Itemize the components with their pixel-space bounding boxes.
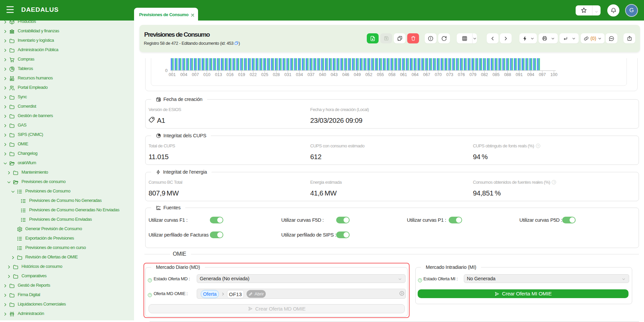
svg-text:064: 064 — [412, 72, 419, 77]
svg-text:058: 058 — [388, 72, 395, 77]
svg-text:037: 037 — [308, 72, 315, 77]
svg-text:070: 070 — [435, 72, 442, 77]
svg-text:007: 007 — [192, 72, 199, 77]
svg-text:085: 085 — [492, 72, 500, 77]
svg-text:010: 010 — [203, 72, 211, 77]
svg-text:004: 004 — [180, 72, 187, 77]
svg-text:073: 073 — [446, 72, 453, 77]
svg-text:061: 061 — [400, 72, 407, 77]
svg-text:079: 079 — [470, 72, 477, 77]
svg-text:067: 067 — [423, 72, 430, 77]
svg-text:091: 091 — [516, 72, 523, 77]
svg-text:034: 034 — [296, 72, 303, 77]
svg-text:088: 088 — [504, 72, 511, 77]
svg-text:082: 082 — [481, 72, 488, 77]
svg-text:0: 0 — [165, 68, 167, 73]
svg-text:013: 013 — [215, 72, 222, 77]
svg-text:049: 049 — [354, 72, 361, 77]
svg-text:025: 025 — [261, 72, 268, 77]
svg-text:052: 052 — [365, 72, 373, 77]
svg-text:100: 100 — [550, 72, 557, 77]
svg-text:016: 016 — [227, 72, 234, 77]
svg-text:022: 022 — [250, 72, 257, 77]
svg-text:097: 097 — [539, 72, 546, 77]
svg-text:001: 001 — [169, 72, 176, 77]
svg-text:055: 055 — [377, 72, 384, 77]
svg-text:043: 043 — [331, 72, 338, 77]
svg-text:028: 028 — [273, 72, 280, 77]
svg-text:076: 076 — [458, 72, 465, 77]
svg-text:019: 019 — [238, 72, 245, 77]
svg-text:094: 094 — [527, 72, 534, 77]
svg-text:046: 046 — [342, 72, 349, 77]
svg-text:040: 040 — [319, 72, 326, 77]
svg-text:031: 031 — [284, 72, 291, 77]
